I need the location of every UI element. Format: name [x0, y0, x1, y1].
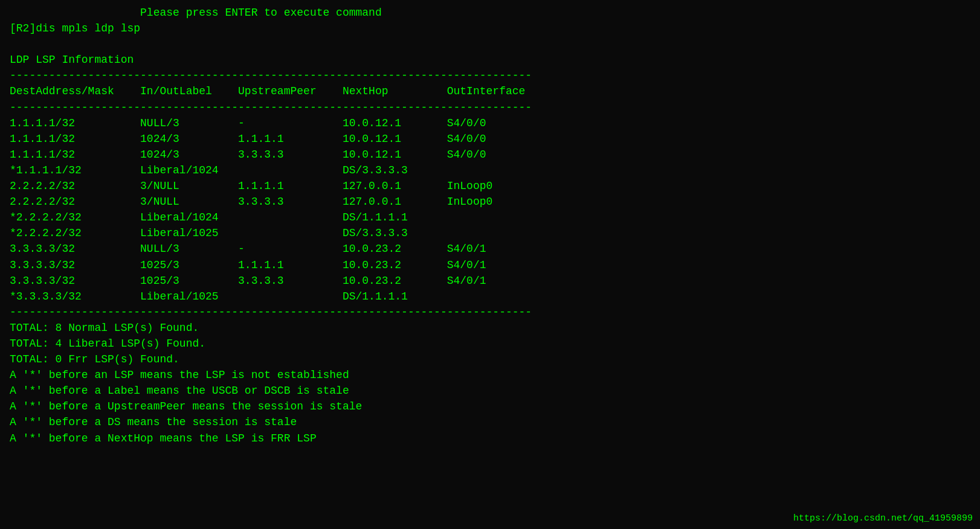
legend-nexthop: A '*' before a NextHop means the LSP is …	[10, 431, 970, 446]
table-row-5: 2.2.2.2/32 3/NULL 1.1.1.1 127.0.0.1 InLo…	[10, 178, 970, 194]
table-header: DestAddress/Mask In/OutLabel UpstreamPee…	[10, 83, 970, 99]
table-row-12: *3.3.3.3/32 Liberal/1025 DS/1.1.1.1	[10, 289, 970, 304]
table-row-9: 3.3.3.3/32 NULL/3 - 10.0.23.2 S4/0/1	[10, 241, 970, 257]
separator-1: ----------------------------------------…	[10, 68, 970, 83]
table-row-11: 3.3.3.3/32 1025/3 3.3.3.3 10.0.23.2 S4/0…	[10, 273, 970, 289]
top-hint-line: Please press ENTER to execute command	[10, 5, 970, 21]
separator-2: ----------------------------------------…	[10, 100, 970, 115]
ldp-lsp-info-title: LDP LSP Information	[10, 52, 970, 68]
table-row-1: 1.1.1.1/32 NULL/3 - 10.0.12.1 S4/0/0	[10, 115, 970, 131]
table-row-4: *1.1.1.1/32 Liberal/1024 DS/3.3.3.3	[10, 162, 970, 178]
table-row-2: 1.1.1.1/32 1024/3 1.1.1.1 10.0.12.1 S4/0…	[10, 131, 970, 147]
table-row-6: 2.2.2.2/32 3/NULL 3.3.3.3 127.0.0.1 InLo…	[10, 194, 970, 210]
source-url: https://blog.csdn.net/qq_41959899	[793, 512, 973, 525]
table-row-10: 3.3.3.3/32 1025/3 1.1.1.1 10.0.23.2 S4/0…	[10, 257, 970, 273]
legend-upstream: A '*' before a UpstreamPeer means the se…	[10, 399, 970, 414]
table-row-7: *2.2.2.2/32 Liberal/1024 DS/1.1.1.1	[10, 210, 970, 225]
legend-ds: A '*' before a DS means the session is s…	[10, 414, 970, 430]
separator-3: ----------------------------------------…	[10, 304, 970, 320]
legend-label: A '*' before a Label means the USCB or D…	[10, 383, 970, 399]
total-normal: TOTAL: 8 Normal LSP(s) Found.	[10, 320, 970, 336]
table-row-8: *2.2.2.2/32 Liberal/1025 DS/3.3.3.3	[10, 225, 970, 241]
total-frr: TOTAL: 0 Frr LSP(s) Found.	[10, 351, 970, 367]
command-line: [R2]dis mpls ldp lsp	[10, 21, 970, 36]
blank-line-1	[10, 36, 970, 52]
terminal: Please press ENTER to execute command [R…	[0, 0, 980, 529]
total-liberal: TOTAL: 4 Liberal LSP(s) Found.	[10, 336, 970, 351]
table-row-3: 1.1.1.1/32 1024/3 3.3.3.3 10.0.12.1 S4/0…	[10, 147, 970, 162]
legend-lsp: A '*' before an LSP means the LSP is not…	[10, 367, 970, 383]
